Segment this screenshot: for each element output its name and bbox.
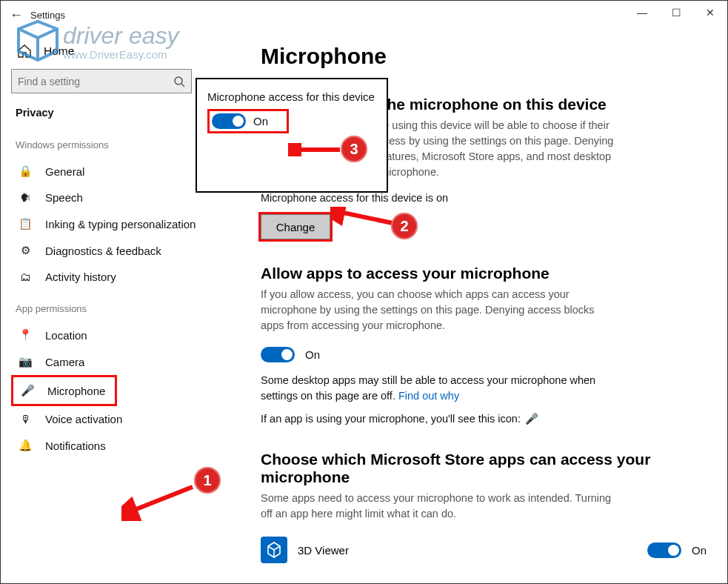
app-access-toggle-label: On bbox=[305, 348, 320, 361]
diagnostics-icon: ⚙ bbox=[17, 244, 33, 257]
home-button[interactable]: Home bbox=[11, 29, 240, 69]
app-toggle-3dviewer[interactable] bbox=[647, 542, 681, 558]
sidebar-item-notifications[interactable]: 🔔 Notifications bbox=[11, 432, 225, 459]
section-heading-app-access: Allow apps to access your microphone bbox=[261, 244, 707, 287]
callout-2: 2 bbox=[391, 213, 418, 239]
sidebar-item-label: Location bbox=[45, 329, 87, 342]
sidebar-item-inking[interactable]: 📋 Inking & typing personalization bbox=[11, 210, 225, 237]
arrow-3 bbox=[288, 143, 344, 156]
search-box[interactable] bbox=[11, 69, 192, 93]
find-out-why-link[interactable]: Find out why bbox=[398, 390, 459, 402]
inking-icon: 📋 bbox=[17, 217, 33, 230]
sidebar-item-label: Voice activation bbox=[45, 413, 122, 425]
app-row-3dviewer: 3D Viewer On bbox=[261, 529, 707, 563]
app-access-description: If you allow access, you can choose whic… bbox=[261, 287, 616, 341]
sidebar-item-label: Diagnostics & feedback bbox=[45, 245, 161, 257]
sidebar-item-label: Notifications bbox=[45, 439, 106, 452]
maximize-button[interactable]: ☐ bbox=[659, 1, 693, 24]
section-heading-store-apps: Choose which Microsoft Store apps can ac… bbox=[261, 434, 707, 491]
home-icon bbox=[17, 44, 33, 59]
callout-3: 3 bbox=[341, 136, 367, 162]
desktop-apps-note: Some desktop apps may still be able to a… bbox=[261, 373, 616, 411]
search-icon bbox=[173, 76, 185, 87]
minimize-button[interactable]: — bbox=[625, 1, 659, 24]
arrow-2 bbox=[330, 207, 397, 230]
sidebar-item-label: Inking & typing personalization bbox=[45, 218, 196, 230]
mic-in-use-text: If an app is using your microphone, you'… bbox=[261, 411, 521, 427]
sidebar-item-microphone[interactable]: 🎤 Microphone bbox=[11, 375, 117, 406]
notifications-icon: 🔔 bbox=[17, 439, 33, 452]
app-name-3dviewer: 3D Viewer bbox=[287, 544, 647, 557]
speech-icon: 🗣 bbox=[17, 191, 33, 204]
camera-icon: 📷 bbox=[17, 355, 33, 368]
microphone-status-icon: 🎤 bbox=[525, 411, 538, 427]
mic-in-use-note: If an app is using your microphone, you'… bbox=[261, 411, 616, 434]
app-access-toggle-row: On bbox=[261, 341, 707, 373]
sidebar-item-label: Camera bbox=[45, 356, 84, 368]
close-button[interactable]: ✕ bbox=[693, 1, 727, 24]
change-button[interactable]: Change bbox=[261, 214, 330, 239]
sidebar-item-speech[interactable]: 🗣 Speech bbox=[11, 185, 225, 210]
sidebar-item-diagnostics[interactable]: ⚙ Diagnostics & feedback bbox=[11, 237, 225, 264]
arrow-1 bbox=[121, 482, 196, 521]
window-controls: — ☐ ✕ bbox=[625, 1, 727, 24]
sidebar-item-location[interactable]: 📍 Location bbox=[11, 322, 225, 348]
flyout-toggle-highlight: On bbox=[207, 109, 289, 133]
history-icon: 🗂 bbox=[17, 271, 33, 283]
svg-line-3 bbox=[336, 211, 393, 223]
flyout-title: Microphone access for this device bbox=[207, 90, 376, 109]
window-title: Settings bbox=[24, 10, 65, 21]
app-permissions-list: 📍 Location 📷 Camera 🎤 Microphone 🎙 Voice… bbox=[11, 322, 240, 459]
sidebar-item-label: General bbox=[45, 165, 84, 178]
microphone-icon: 🎤 bbox=[19, 384, 36, 397]
callout-1: 1 bbox=[194, 467, 221, 494]
sidebar-item-camera[interactable]: 📷 Camera bbox=[11, 348, 225, 375]
sidebar-item-general[interactable]: 🔒 General bbox=[11, 158, 225, 185]
app-access-toggle[interactable] bbox=[261, 347, 295, 362]
titlebar: ← Settings — ☐ ✕ bbox=[1, 1, 727, 29]
lock-icon: 🔒 bbox=[17, 165, 33, 178]
svg-line-2 bbox=[129, 487, 193, 512]
voice-icon: 🎙 bbox=[17, 413, 33, 425]
sidebar-item-label: Activity history bbox=[45, 271, 116, 283]
svg-point-0 bbox=[175, 77, 182, 84]
sidebar-item-activity-history[interactable]: 🗂 Activity history bbox=[11, 264, 225, 290]
microphone-access-flyout: Microphone access for this device On bbox=[196, 78, 388, 193]
app-icon-3dviewer bbox=[261, 537, 287, 563]
back-button[interactable]: ← bbox=[1, 7, 24, 23]
svg-line-1 bbox=[181, 84, 184, 87]
sidebar-item-label: Speech bbox=[45, 191, 83, 204]
search-input[interactable] bbox=[18, 76, 173, 87]
location-icon: 📍 bbox=[17, 328, 33, 342]
sidebar-item-label: Microphone bbox=[47, 385, 105, 397]
sidebar-item-voice-activation[interactable]: 🎙 Voice activation bbox=[11, 406, 225, 432]
app-toggle-label-3dviewer: On bbox=[681, 544, 707, 557]
flyout-toggle[interactable] bbox=[212, 113, 246, 129]
flyout-toggle-label: On bbox=[253, 115, 268, 127]
store-apps-description: Some apps need to access your microphone… bbox=[261, 491, 616, 529]
settings-window: ← Settings — ☐ ✕ Home Privacy Wi bbox=[0, 0, 728, 584]
app-permissions-header: App permissions bbox=[11, 290, 240, 322]
home-label: Home bbox=[44, 44, 74, 58]
